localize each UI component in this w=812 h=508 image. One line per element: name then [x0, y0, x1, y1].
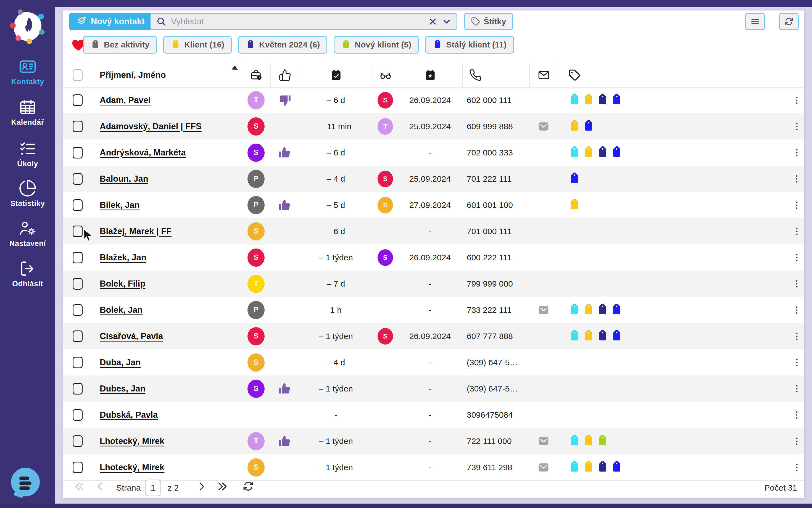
new-contact-button[interactable]: Nový kontakt — [69, 13, 152, 30]
row-checkbox[interactable] — [73, 173, 83, 185]
contact-name-link[interactable]: Bolek, Jan — [100, 305, 143, 315]
contact-name-link[interactable]: Duba, Jan — [100, 357, 140, 368]
table-row[interactable]: Bolek, FilipT– 7 d-799 999 000 — [63, 270, 804, 297]
contact-tag-icon[interactable] — [568, 330, 581, 343]
previous-page-button[interactable] — [94, 480, 106, 493]
contact-tag-icon[interactable] — [596, 146, 609, 159]
contact-tag-icon[interactable] — [568, 120, 581, 133]
envelope-icon[interactable] — [537, 304, 550, 316]
row-menu-kebab-icon[interactable] — [792, 122, 802, 131]
table-row[interactable]: Dubes, JanS– 1 týden-(309) 647-5… — [63, 376, 804, 402]
page-number-input[interactable]: 1 — [145, 479, 161, 496]
row-checkbox[interactable] — [73, 331, 83, 342]
contact-name-link[interactable]: Blažek, Jan — [100, 253, 147, 262]
sidebar-item-ukoly[interactable]: Úkoly — [0, 139, 55, 168]
row-checkbox[interactable] — [73, 94, 83, 106]
contact-tag-icon[interactable] — [582, 304, 595, 316]
envelope-icon[interactable] — [537, 120, 550, 132]
filter-chip[interactable]: Stálý klient (11) — [425, 36, 514, 53]
table-row[interactable]: Lhotecký, MirekS– 1 týden-739 611 298 — [63, 454, 804, 480]
row-checkbox[interactable] — [73, 383, 83, 394]
row-checkbox[interactable] — [73, 304, 83, 316]
row-menu-kebab-icon[interactable] — [792, 174, 802, 183]
column-event-date-calendar-star-icon[interactable] — [398, 63, 462, 87]
contact-tag-icon[interactable] — [582, 120, 595, 133]
contact-name-link[interactable]: Adamovský, Daniel | FFS — [100, 122, 202, 131]
row-menu-kebab-icon[interactable] — [792, 201, 802, 210]
sidebar-item-kalendar[interactable]: Kalendář — [0, 98, 55, 127]
refresh-page-button[interactable] — [242, 480, 254, 492]
filter-chip[interactable]: Květen 2024 (6) — [238, 36, 327, 53]
contact-tag-icon[interactable] — [610, 146, 623, 159]
contact-tag-icon[interactable] — [596, 94, 609, 107]
column-tags-tag-icon[interactable] — [558, 63, 804, 87]
contact-name-link[interactable]: Dubes, Jan — [100, 384, 145, 394]
filter-chip[interactable]: Klient (16) — [163, 36, 232, 53]
row-menu-kebab-icon[interactable] — [792, 227, 802, 236]
clear-search-icon[interactable] — [428, 16, 438, 27]
contact-tag-icon[interactable] — [568, 435, 581, 448]
row-menu-kebab-icon[interactable] — [792, 410, 802, 420]
row-menu-kebab-icon[interactable] — [792, 253, 802, 262]
sidebar-item-statistiky[interactable]: Statistiky — [0, 179, 55, 208]
row-menu-kebab-icon[interactable] — [792, 332, 802, 341]
column-activity-type-briefcase-clock-icon[interactable] — [242, 63, 271, 87]
contact-tag-icon[interactable] — [582, 435, 595, 448]
app-logo[interactable] — [10, 9, 45, 44]
row-checkbox[interactable] — [73, 252, 83, 263]
last-page-button[interactable] — [216, 480, 229, 493]
table-row[interactable]: Bílek, JanP– 5 dS27.09.2024601 001 100 — [63, 192, 804, 218]
contact-tag-icon[interactable] — [596, 435, 609, 448]
table-row[interactable]: Baloun, JanP– 4 dS25.09.2024701 222 111 — [63, 166, 804, 192]
contact-name-link[interactable]: Bílek, Jan — [100, 200, 140, 210]
row-checkbox[interactable] — [73, 199, 83, 211]
contact-tag-icon[interactable] — [568, 461, 581, 474]
contact-name-link[interactable]: Lhotecký, Mirek — [100, 462, 164, 472]
row-checkbox[interactable] — [73, 147, 83, 159]
table-row[interactable]: Adamovský, Daniel | FFSS– 11 minT25.09.2… — [63, 113, 804, 139]
row-menu-kebab-icon[interactable] — [792, 463, 802, 472]
contact-tag-icon[interactable] — [568, 94, 581, 107]
row-menu-kebab-icon[interactable] — [792, 279, 802, 289]
contact-tag-icon[interactable] — [568, 146, 581, 159]
search-options-chevron-icon[interactable] — [442, 16, 452, 27]
table-row[interactable]: Duba, JanS– 4 d-(309) 647-5… — [63, 349, 804, 376]
column-next-activity-calendar-check-icon[interactable] — [299, 63, 373, 87]
contact-name-link[interactable]: Dubská, Pavla — [100, 410, 158, 420]
contact-name-link[interactable]: Bolek, Filip — [100, 279, 145, 289]
sidebar-item-kontakty[interactable]: Kontakty — [0, 57, 55, 86]
contact-name-link[interactable]: Blažej, Marek | FF — [100, 226, 171, 236]
row-checkbox[interactable] — [73, 278, 83, 290]
table-row[interactable]: Blažej, Marek | FFS– 6 d-701 000 111 — [63, 218, 804, 244]
sidebar-item-odhlasit[interactable]: Odhlásit — [0, 259, 55, 288]
contact-tag-icon[interactable] — [596, 330, 609, 343]
contact-tag-icon[interactable] — [596, 304, 609, 316]
row-menu-kebab-icon[interactable] — [792, 148, 802, 157]
row-checkbox[interactable] — [73, 225, 83, 237]
filter-chip[interactable]: Nový klient (5) — [334, 36, 419, 53]
contact-tag-icon[interactable] — [568, 304, 581, 316]
contact-tag-icon[interactable] — [610, 94, 623, 107]
contact-name-link[interactable]: Baloun, Jan — [100, 174, 148, 184]
contact-tag-icon[interactable] — [582, 330, 595, 343]
table-row[interactable]: Lhotecký, MirekT– 1 týden-722 111 000 — [63, 428, 804, 454]
row-menu-kebab-icon[interactable] — [792, 95, 802, 105]
contact-name-link[interactable]: Andrýsková, Markéta — [100, 148, 186, 158]
table-row[interactable]: Adam, PavelT– 6 dS26.09.2024602 000 111 — [63, 87, 804, 113]
contact-tag-icon[interactable] — [582, 461, 595, 474]
table-row[interactable]: Blažek, JanS– 1 týdenS26.09.2024600 222 … — [63, 244, 804, 270]
filter-chip[interactable]: Bez aktivity — [83, 36, 157, 53]
contact-tag-icon[interactable] — [610, 330, 623, 343]
column-rating-thumb-up-icon[interactable] — [271, 63, 299, 87]
table-row[interactable]: Císařová, PavlaS– 1 týdenS26.09.2024607 … — [63, 323, 804, 349]
table-row[interactable]: Andrýsková, MarkétaS– 6 d-702 000 333 — [63, 139, 804, 166]
next-page-button[interactable] — [195, 480, 208, 493]
envelope-icon[interactable] — [537, 461, 550, 473]
contact-name-link[interactable]: Adam, Pavel — [100, 95, 151, 105]
row-menu-kebab-icon[interactable] — [792, 305, 802, 315]
column-last-seen-glasses-icon[interactable] — [373, 63, 398, 87]
row-checkbox[interactable] — [73, 435, 83, 447]
sidebar-item-nastaveni[interactable]: Nastavení — [0, 219, 55, 248]
chat-bubble-button[interactable] — [11, 468, 40, 496]
row-checkbox[interactable] — [73, 409, 83, 421]
